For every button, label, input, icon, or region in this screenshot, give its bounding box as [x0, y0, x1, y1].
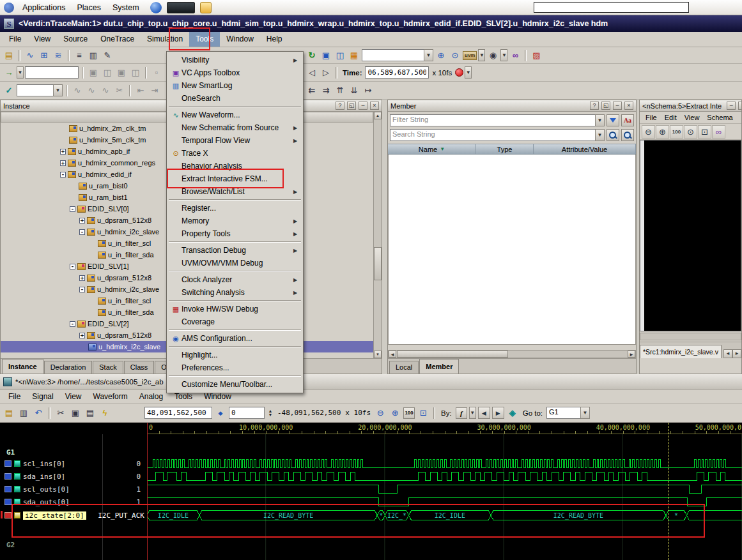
export-icon[interactable]: ▥: [17, 407, 30, 420]
tree-collapse-toggle[interactable]: -: [60, 172, 66, 178]
tools-menu-item-register[interactable]: Register...: [167, 202, 302, 215]
minimize-panel-icon[interactable]: –: [727, 102, 736, 110]
tab-scroll-right-icon[interactable]: ▸: [732, 349, 741, 358]
wave-group-row[interactable]: G1: [0, 447, 742, 457]
tools-menu-item-switching-analysis[interactable]: Switching Analysis▶: [167, 286, 302, 299]
tab-declaration[interactable]: Declaration: [44, 361, 93, 374]
uvm-icon[interactable]: uvm: [463, 51, 477, 60]
jump-left-icon[interactable]: ⇤: [134, 84, 147, 97]
wave-signal-row-i2c-state-2-0[interactable]: i2c_state[2:0]I2C_PUT_ACKI2C_IDLEI2C_REA…: [0, 508, 742, 522]
eye-icon[interactable]: ◉: [486, 49, 499, 62]
new-window-icon[interactable]: ▣: [320, 49, 332, 62]
tree-collapse-toggle[interactable]: -: [79, 229, 85, 235]
search-mode-button[interactable]: f: [456, 407, 467, 419]
tools-menu-item-coverage[interactable]: Coverage: [167, 315, 302, 328]
wave-menu-view[interactable]: View: [59, 390, 88, 403]
tools-menu-item-onesearch[interactable]: OneSearch: [167, 92, 302, 105]
tree-collapse-toggle[interactable]: -: [79, 287, 85, 292]
tools-menu-item-ams-configuration[interactable]: ◉AMS Configuration...: [167, 332, 302, 345]
command-input[interactable]: [25, 66, 79, 79]
tools-menu-item-extract-interactive-fsm[interactable]: Extract Interactive FSM...: [167, 172, 302, 185]
tab-member[interactable]: Member: [419, 359, 459, 374]
wave-signal-row-scl-ins-0[interactable]: scl_ins[0]0: [0, 457, 742, 470]
horizontal-scrollbar[interactable]: ◀ ▶: [388, 350, 636, 358]
tab-stack[interactable]: Stack: [93, 361, 123, 374]
previous-view-icon[interactable]: ◁: [305, 66, 318, 79]
temporal-flow-icon[interactable]: ≋: [52, 49, 65, 62]
tab-local[interactable]: Local: [389, 361, 419, 374]
tools-menu-item-transaction-debug[interactable]: Transaction Debug▶: [167, 244, 302, 257]
smartlog-icon[interactable]: ▥: [87, 49, 100, 62]
scope-combo[interactable]: ▼: [17, 84, 63, 96]
cursor-time-input[interactable]: [144, 407, 212, 419]
zoom-100-icon[interactable]: 100: [670, 125, 683, 139]
cascade-window-icon[interactable]: ◫: [334, 49, 346, 62]
browser-launcher-icon[interactable]: [150, 2, 162, 13]
desktop-menu-applications[interactable]: Applications: [17, 2, 71, 13]
schema-menu-edit[interactable]: Edit: [661, 113, 680, 122]
zoom-in-icon[interactable]: ⊕: [389, 407, 401, 420]
search-icon[interactable]: ⊙: [449, 49, 461, 62]
scope-input[interactable]: [17, 84, 53, 96]
tools-menu-item-highlight[interactable]: Highlight...: [167, 349, 302, 361]
cursor-line[interactable]: [668, 423, 669, 560]
marker-icon[interactable]: ϟ: [98, 407, 111, 420]
goto-end-icon[interactable]: ↦: [362, 84, 375, 97]
float-panel-icon[interactable]: ◱: [601, 102, 610, 110]
zoom-out-icon[interactable]: ⊖: [642, 125, 655, 139]
tools-menu-item-trace-x[interactable]: ⊙Trace X: [167, 147, 302, 160]
check-icon[interactable]: ✓: [3, 84, 15, 97]
edge-next-icon[interactable]: ⇉: [320, 84, 332, 97]
filter-input[interactable]: Filter String: [390, 114, 595, 126]
run-icon[interactable]: →: [3, 66, 15, 79]
zoom-fit-icon[interactable]: ⊡: [417, 407, 429, 420]
tree-expand-toggle[interactable]: +: [79, 333, 85, 338]
zoom-in-icon[interactable]: ⊕: [656, 125, 669, 139]
schematic-icon[interactable]: ⊞: [38, 49, 50, 62]
search-combo[interactable]: ▼: [362, 49, 433, 61]
dropdown-arrow-icon[interactable]: ▼: [595, 129, 605, 141]
close-panel-icon[interactable]: ×: [738, 102, 741, 110]
paste-icon[interactable]: ▤: [84, 407, 97, 420]
search-mode-dropdown-icon[interactable]: ▼: [469, 407, 476, 419]
time-ruler[interactable]: 010,000,000,00020,000,000,00030,000,000,…: [147, 423, 742, 434]
tree-expand-toggle[interactable]: +: [60, 160, 66, 166]
close-panel-icon[interactable]: ×: [370, 102, 379, 110]
schema-menu-file[interactable]: File: [642, 113, 660, 122]
tools-menu-item-vc-apps-toolbox[interactable]: ▣VC Apps Toolbox: [167, 66, 302, 79]
tools-menu-item-visibility[interactable]: Visibility▶: [167, 54, 302, 66]
scrollbar-thumb[interactable]: [374, 247, 382, 280]
record-icon[interactable]: [455, 68, 463, 77]
menubar-tools[interactable]: Tools: [189, 32, 220, 47]
refresh-icon[interactable]: ↻: [305, 49, 318, 62]
signal-icon[interactable]: ∿: [99, 84, 112, 97]
cut-icon[interactable]: ✂: [54, 407, 67, 420]
menubar-source[interactable]: Source: [57, 32, 94, 47]
signal-icon[interactable]: ∿: [85, 84, 98, 97]
window-layout-icon[interactable]: ▣: [87, 66, 100, 79]
member-table-body[interactable]: [388, 155, 636, 345]
tools-menu-item-behavior-analysis[interactable]: Behavior Analysis: [167, 160, 302, 172]
menubar-view[interactable]: View: [27, 32, 57, 47]
wave-menu-signal[interactable]: Signal: [26, 390, 59, 403]
wave-signal-row-scl-outs-0[interactable]: scl_outs[0]1: [0, 483, 742, 496]
record-dropdown-icon[interactable]: ▼: [465, 66, 472, 79]
time-spinner[interactable]: ▲▼: [267, 409, 274, 417]
window-layout-icon[interactable]: ◫: [129, 66, 142, 79]
minimize-panel-icon[interactable]: –: [613, 102, 622, 110]
eye-dropdown-icon[interactable]: ▼: [500, 49, 507, 61]
zoom-in-icon[interactable]: ⊕: [435, 49, 447, 62]
scroll-left-icon[interactable]: ◀: [389, 351, 396, 358]
menubar-window[interactable]: Window: [220, 32, 260, 47]
goto-marker-icon[interactable]: ◈: [506, 407, 519, 420]
close-panel-icon[interactable]: ×: [624, 102, 633, 110]
wave-menu-analog[interactable]: Analog: [134, 390, 169, 403]
menubar-file[interactable]: File: [3, 32, 27, 47]
dropdown-arrow-icon[interactable]: ▼: [580, 407, 590, 419]
menubar-simulation[interactable]: Simulation: [141, 32, 189, 47]
help-icon[interactable]: ?: [336, 102, 344, 110]
scroll-down-icon[interactable]: ▼: [374, 351, 382, 358]
schema-menu-schema[interactable]: Schema: [704, 113, 736, 122]
goto-combo[interactable]: G1 ▼: [546, 407, 590, 419]
grid-icon[interactable]: ▦: [348, 49, 360, 62]
